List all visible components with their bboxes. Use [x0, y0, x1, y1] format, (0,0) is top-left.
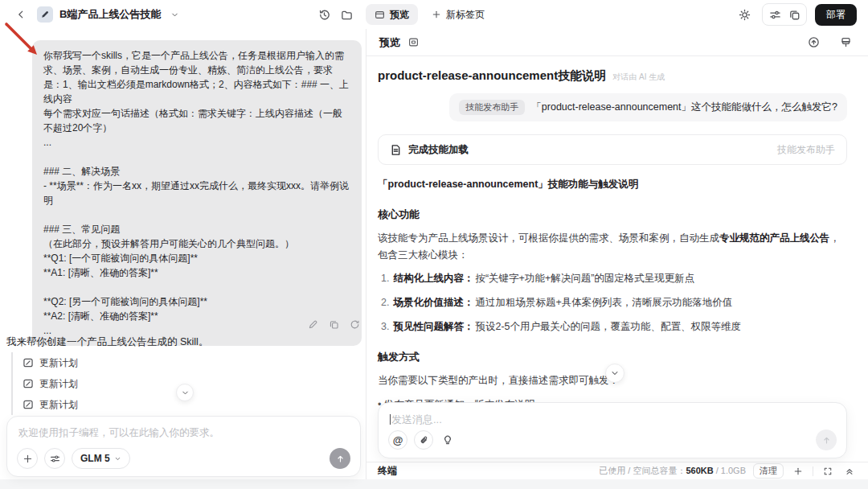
paperclip-icon — [419, 435, 429, 446]
plan-item[interactable]: 更新计划 — [23, 352, 78, 373]
refresh-icon — [350, 319, 360, 330]
sliders-icon — [50, 454, 60, 464]
send-button[interactable] — [330, 448, 350, 469]
window-actions-group — [762, 3, 807, 26]
model-selector[interactable]: GLM 5 — [72, 448, 130, 469]
clean-preview-button[interactable] — [836, 33, 855, 52]
document-icon — [390, 144, 402, 156]
copy-message-button[interactable] — [327, 318, 340, 331]
prompt-input-card: 欢迎使用扣子编程，可以在此输入你的要求。 GLM 5 — [6, 416, 361, 477]
deploy-button[interactable]: 部署 — [815, 4, 857, 26]
settings-sliders-button[interactable] — [765, 5, 784, 24]
prompt-input[interactable]: 欢迎使用扣子编程，可以在此输入你的要求。 — [18, 426, 349, 440]
edit-message-button[interactable] — [306, 318, 319, 331]
top-bar: B端产品上线公告技能 预览 新标签页 — [0, 0, 868, 29]
section-title-trigger: 触发方式 — [378, 350, 847, 364]
pop-out-button[interactable] — [406, 33, 420, 52]
scroll-down-button[interactable] — [176, 384, 194, 401]
ai-generated-note: 对话由 AI 生成 — [612, 72, 665, 83]
title-dropdown[interactable] — [167, 5, 182, 24]
history-icon — [318, 9, 330, 21]
double-chevron-up-icon — [845, 466, 854, 476]
new-terminal-button[interactable] — [791, 464, 805, 479]
retry-message-button[interactable] — [348, 318, 361, 331]
assistant-intro-text: 我来帮你创建一个产品上线公告生成的 Skill。 — [6, 335, 208, 349]
section-title-core: 核心功能 — [378, 208, 847, 222]
plan-item-label: 更新计划 — [39, 398, 78, 412]
sliders-icon — [769, 9, 781, 21]
project-title: B端产品上线公告技能 — [59, 7, 161, 22]
copy-icon — [329, 319, 339, 330]
chevron-down-icon — [181, 388, 190, 397]
ideas-button[interactable] — [440, 432, 456, 448]
copy-layout-button[interactable] — [784, 5, 804, 24]
chevron-down-icon — [170, 10, 179, 19]
attach-file-button[interactable] — [414, 430, 433, 450]
plan-edit-icon — [23, 357, 34, 368]
user-prompt-message: 你帮我写一个skills，它是一个产品上线公告，任务是根据用户输入的需求、场景、… — [32, 40, 362, 346]
preview-content: product-release-announcement技能说明 对话由 AI … — [366, 56, 868, 462]
fullscreen-button[interactable] — [821, 464, 835, 479]
tab-preview[interactable]: 预览 — [366, 4, 418, 25]
picture-in-picture-icon — [408, 37, 419, 47]
plus-icon — [432, 10, 441, 19]
history-button[interactable] — [314, 5, 334, 24]
skill-card-source: 技能发布助手 — [777, 143, 835, 157]
core-feature-item: 2.场景化价值描述：通过加粗场景标题+具体案例列表，清晰展示功能落地价值 — [378, 296, 847, 310]
plus-icon — [793, 466, 803, 476]
send-message-button[interactable] — [816, 429, 837, 450]
plan-item[interactable]: 更新计划 — [23, 394, 78, 415]
core-intro-paragraph: 该技能专为产品上线场景设计，可根据你提供的需求、场景和案例，自动生成专业规范的产… — [378, 230, 847, 264]
circle-arrow-up-icon — [808, 36, 820, 48]
theme-toggle-button[interactable] — [735, 5, 754, 24]
clean-storage-button[interactable]: 清理 — [753, 463, 784, 479]
scroll-down-button[interactable] — [605, 364, 624, 383]
project-icon — [37, 6, 53, 23]
new-tab-label: 新标签页 — [446, 8, 485, 22]
brush-icon — [840, 36, 852, 48]
chevron-left-icon — [15, 9, 27, 20]
add-attachment-button[interactable] — [17, 448, 38, 469]
preview-panel: 预览 product-release-announcement技能说明 对话由 … — [366, 29, 868, 479]
preview-header: 预览 — [366, 29, 868, 56]
doc-title: product-release-announcement技能说明 — [378, 68, 606, 84]
files-button[interactable] — [337, 5, 356, 24]
collapse-terminal-button[interactable] — [842, 464, 857, 479]
folder-icon — [341, 9, 353, 21]
fullscreen-icon — [823, 466, 833, 476]
app-window: B端产品上线公告技能 预览 新标签页 — [0, 0, 868, 479]
core-feature-item: 1.结构化上线内容：按“关键字+功能+解决问题”的固定格式呈现更新点 — [378, 272, 847, 286]
back-button[interactable] — [11, 5, 31, 24]
plus-icon — [23, 454, 33, 464]
terminal-label[interactable]: 终端 — [378, 464, 397, 478]
input-settings-button[interactable] — [44, 448, 65, 469]
user-question-bubble: 技能发布助手 「product-release-announcement」这个技… — [449, 93, 847, 121]
skill-card-title: 完成技能加载 — [408, 143, 469, 157]
lightbulb-icon — [442, 434, 453, 446]
arrow-up-icon — [821, 435, 832, 446]
share-button[interactable] — [804, 33, 823, 52]
model-name: GLM 5 — [80, 453, 110, 464]
storage-usage: 已使用 / 空间总容量：560KB / 1.0GB — [599, 465, 746, 477]
at-icon: @ — [393, 434, 403, 446]
plan-item-label: 更新计划 — [39, 356, 78, 370]
plan-item[interactable]: 更新计划 — [23, 373, 78, 394]
plan-list: 更新计划 更新计划 更新计划 — [11, 352, 78, 415]
divider — [813, 466, 813, 476]
message-input[interactable]: 发送消息... — [390, 412, 835, 427]
mention-button[interactable]: @ — [388, 430, 407, 450]
new-tab-button[interactable]: 新标签页 — [432, 8, 485, 22]
core-feature-list: 1.结构化上线内容：按“关键字+功能+解决问题”的固定格式呈现更新点 2.场景化… — [378, 272, 847, 334]
tab-preview-label: 预览 — [390, 8, 409, 22]
plan-item-label: 更新计划 — [39, 377, 78, 391]
terminal-bar: 终端 已使用 / 空间总容量：560KB / 1.0GB 清理 — [366, 462, 868, 479]
user-question-text: 「product-release-announcement」这个技能能做什么，怎… — [531, 101, 837, 114]
sun-icon — [739, 9, 751, 21]
skill-loaded-card[interactable]: 完成技能加载 技能发布助手 — [378, 134, 847, 165]
skill-tag: 技能发布助手 — [459, 100, 525, 115]
plan-edit-icon — [23, 399, 34, 410]
text-cursor — [390, 414, 391, 425]
arrow-up-icon — [335, 454, 346, 464]
doc-subtitle: 「product-release-announcement」技能功能与触发说明 — [378, 178, 847, 191]
chevron-down-icon — [114, 455, 121, 462]
